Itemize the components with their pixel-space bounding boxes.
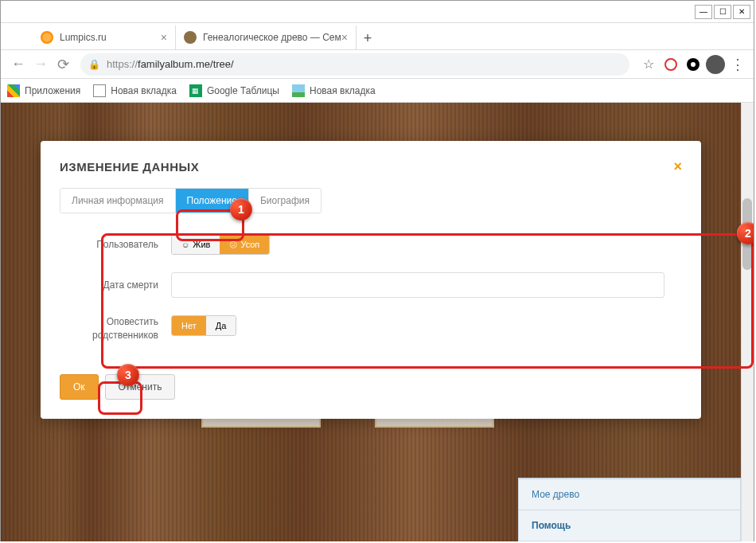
vertical-scrollbar[interactable] <box>741 103 754 541</box>
side-panel: Мое древо Помощь <box>518 478 741 541</box>
label-user: Пользователь <box>60 239 171 250</box>
row-death-date: Дата смерти <box>60 272 682 298</box>
window-maximize[interactable]: ☐ <box>714 5 731 19</box>
browser-window: — ☐ ✕ Lumpics.ru × Генеалогическое древо… <box>0 0 754 541</box>
tab-title: Генеалогическое древо — Сем <box>203 32 341 43</box>
tab-close-icon[interactable]: × <box>341 31 348 44</box>
extension-icon[interactable] <box>684 55 703 74</box>
reload-button[interactable]: ⟳ <box>52 53 74 76</box>
toggle-alive[interactable]: ☺Жив <box>172 235 220 254</box>
bookmark-sheets[interactable]: ▦ Google Таблицы <box>189 84 279 97</box>
cancel-button[interactable]: Отменить <box>105 374 176 400</box>
bookmark-label: Новая вкладка <box>310 85 376 96</box>
image-icon <box>292 84 305 97</box>
bookmark-newtab[interactable]: Новая вкладка <box>93 84 177 97</box>
page-icon <box>93 84 106 97</box>
smile-icon: ☺ <box>181 240 189 249</box>
window-close[interactable]: ✕ <box>733 5 750 19</box>
browser-toolbar: ← → ⟳ 🔒 https://familyalbum.me/tree/ ☆ ⋮ <box>1 50 754 79</box>
page-content: ИЗМЕНЕНИЕ ДАННЫХ × Личная информация Пол… <box>1 103 754 541</box>
label-notify: Оповестить родственников <box>60 315 171 342</box>
menu-button[interactable]: ⋮ <box>728 55 747 74</box>
label-death-date: Дата смерти <box>60 279 171 291</box>
favicon-familyalbum <box>184 31 197 44</box>
row-notify: Оповестить родственников Нет Да <box>60 315 682 342</box>
status-toggle: ☺Жив ☹Усоп <box>171 234 270 255</box>
toggle-label: Жив <box>193 240 210 249</box>
modal-title: ИЗМЕНЕНИЕ ДАННЫХ <box>60 160 682 174</box>
tab-personal-info[interactable]: Личная информация <box>60 189 176 213</box>
tab-title: Lumpics.ru <box>60 32 107 43</box>
back-button[interactable]: ← <box>7 53 29 76</box>
browser-tab-lumpics[interactable]: Lumpics.ru × <box>33 25 176 49</box>
tab-strip: Lumpics.ru × Генеалогическое древо — Сем… <box>1 23 754 50</box>
death-date-input[interactable] <box>171 272 664 298</box>
scroll-thumb[interactable] <box>742 198 752 270</box>
side-help[interactable]: Помощь <box>519 510 740 541</box>
toggle-label: Усоп <box>240 240 259 249</box>
bookmark-label: Приложения <box>25 85 80 96</box>
side-my-tree[interactable]: Мое древо <box>519 479 740 510</box>
form-body: Пользователь ☺Жив ☹Усоп Дата смерти Опов… <box>60 228 682 366</box>
favicon-lumpics <box>41 31 53 44</box>
forward-button[interactable]: → <box>29 53 52 76</box>
sheets-icon: ▦ <box>189 84 202 97</box>
toggle-yes[interactable]: Да <box>206 316 236 335</box>
bookmark-newtab2[interactable]: Новая вкладка <box>292 84 376 97</box>
tab-biography[interactable]: Биография <box>249 189 321 213</box>
notify-toggle: Нет Да <box>171 315 236 336</box>
bookmark-label: Google Таблицы <box>207 85 279 96</box>
profile-avatar[interactable] <box>706 55 725 74</box>
window-titlebar: — ☐ ✕ <box>1 1 754 23</box>
address-bar[interactable]: 🔒 https://familyalbum.me/tree/ <box>80 53 629 76</box>
modal-close-button[interactable]: × <box>673 158 682 175</box>
row-user-status: Пользователь ☺Жив ☹Усоп <box>60 234 682 255</box>
opera-extension-icon[interactable] <box>661 55 680 74</box>
edit-data-modal: ИЗМЕНЕНИЕ ДАННЫХ × Личная информация Пол… <box>41 141 701 419</box>
window-minimize[interactable]: — <box>695 5 712 19</box>
url-path: familyalbum.me/tree/ <box>138 58 234 70</box>
bookmark-label: Новая вкладка <box>111 85 177 96</box>
toggle-deceased[interactable]: ☹Усоп <box>220 235 269 254</box>
lock-icon: 🔒 <box>88 59 100 70</box>
apps-icon <box>7 84 20 97</box>
browser-tab-familyalbum[interactable]: Генеалогическое древо — Сем × <box>176 25 357 49</box>
new-tab-button[interactable]: + <box>357 27 379 49</box>
bookmark-star-icon[interactable]: ☆ <box>639 55 658 74</box>
modal-actions: Ок Отменить <box>60 374 682 400</box>
sad-icon: ☹ <box>229 240 237 249</box>
ok-button[interactable]: Ок <box>60 374 99 400</box>
tab-position[interactable]: Положение <box>176 189 249 213</box>
apps-shortcut[interactable]: Приложения <box>7 84 80 97</box>
modal-tabs: Личная информация Положение Биография <box>60 188 321 213</box>
bookmarks-bar: Приложения Новая вкладка ▦ Google Таблиц… <box>1 79 754 103</box>
url-protocol: https:// <box>107 58 138 70</box>
tab-close-icon[interactable]: × <box>161 31 167 44</box>
toggle-no[interactable]: Нет <box>172 316 206 335</box>
